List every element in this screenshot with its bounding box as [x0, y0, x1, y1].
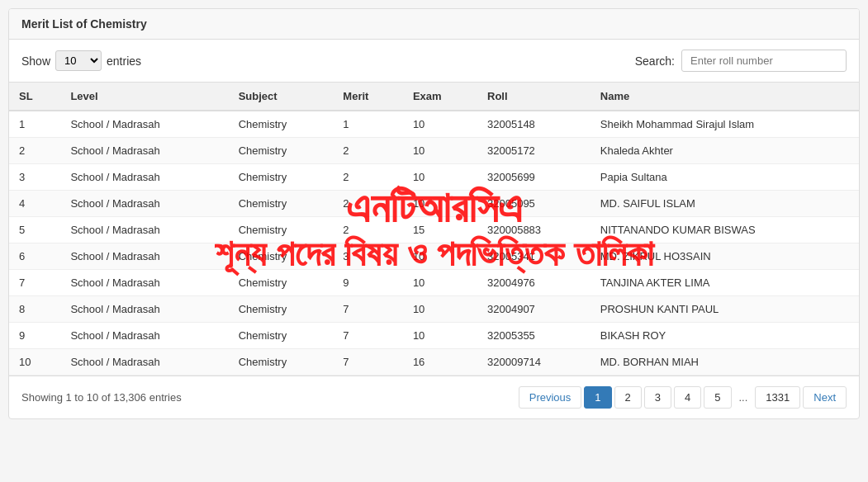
cell-2-2: Chemistry: [229, 164, 334, 191]
cell-1-1: School / Madrasah: [60, 138, 228, 164]
cell-2-4: 10: [403, 164, 477, 191]
cell-0-5: 32005148: [477, 111, 591, 138]
cell-6-3: 9: [333, 270, 403, 296]
search-label: Search:: [635, 54, 675, 68]
cell-6-6: TANJINA AKTER LIMA: [591, 270, 859, 296]
col-merit: Merit: [333, 83, 403, 111]
page-2-button[interactable]: 2: [614, 386, 642, 409]
table-row: 5School / MadrasahChemistry215320005883N…: [9, 217, 859, 243]
page-3-button[interactable]: 3: [644, 386, 671, 409]
cell-4-1: School / Madrasah: [60, 217, 228, 243]
col-level: Level: [60, 83, 228, 111]
cell-9-0: 10: [9, 349, 60, 376]
table-row: 4School / MadrasahChemistry21032005095MD…: [9, 191, 859, 217]
table-row: 6School / MadrasahChemistry31032005341MD…: [9, 243, 859, 270]
entries-label: entries: [107, 54, 141, 68]
cell-2-0: 3: [9, 164, 60, 191]
showing-text: Showing 1 to 10 of 13,306 entries: [21, 391, 182, 404]
cell-3-2: Chemistry: [229, 191, 334, 217]
search-box: Search:: [635, 50, 847, 72]
cell-8-4: 10: [403, 323, 477, 349]
cell-9-6: MD. BORHAN MIAH: [591, 349, 859, 376]
page-1-button[interactable]: 1: [584, 386, 611, 409]
table-row: 9School / MadrasahChemistry71032005355BI…: [9, 323, 859, 349]
cell-1-3: 2: [333, 138, 403, 164]
cell-7-5: 32004907: [477, 296, 591, 323]
cell-4-3: 2: [333, 217, 403, 243]
cell-1-5: 32005172: [477, 138, 591, 164]
col-subject: Subject: [229, 83, 334, 111]
cell-1-0: 2: [9, 138, 60, 164]
cell-2-1: School / Madrasah: [60, 164, 228, 191]
table-row: 1School / MadrasahChemistry11032005148Sh…: [9, 111, 859, 138]
show-entries-group: Show 10 25 50 100 entries: [21, 50, 141, 71]
cell-0-4: 10: [403, 111, 477, 138]
cell-5-2: Chemistry: [229, 243, 334, 270]
header-prefix: Merit List of: [21, 17, 90, 31]
table-header-row: SL Level Subject Merit Exam Roll Name: [9, 83, 859, 111]
cell-9-4: 16: [403, 349, 477, 376]
header-subject: Chemistry: [90, 17, 146, 31]
merit-table: SL Level Subject Merit Exam Roll Name 1S…: [9, 82, 859, 376]
cell-6-5: 32004976: [477, 270, 591, 296]
cell-3-6: MD. SAIFUL ISLAM: [591, 191, 859, 217]
col-roll: Roll: [477, 83, 591, 111]
cell-8-1: School / Madrasah: [60, 323, 228, 349]
previous-button[interactable]: Previous: [519, 386, 582, 409]
page-4-button[interactable]: 4: [674, 386, 701, 409]
cell-8-0: 9: [9, 323, 60, 349]
cell-7-6: PROSHUN KANTI PAUL: [591, 296, 859, 323]
table-row: 10School / MadrasahChemistry716320009714…: [9, 349, 859, 376]
cell-3-3: 2: [333, 191, 403, 217]
cell-4-6: NITTANANDO KUMAR BISWAS: [591, 217, 859, 243]
cell-4-4: 15: [403, 217, 477, 243]
cell-9-5: 320009714: [477, 349, 591, 376]
cell-6-1: School / Madrasah: [60, 270, 228, 296]
cell-5-1: School / Madrasah: [60, 243, 228, 270]
cell-8-2: Chemistry: [229, 323, 334, 349]
cell-7-3: 7: [333, 296, 403, 323]
cell-0-3: 1: [333, 111, 403, 138]
cell-5-5: 32005341: [477, 243, 591, 270]
show-label: Show: [21, 54, 50, 68]
entries-select[interactable]: 10 25 50 100: [55, 50, 102, 71]
cell-5-6: MD. ZIKRUL HO3SAIN: [591, 243, 859, 270]
cell-5-4: 10: [403, 243, 477, 270]
cell-1-6: Khaleda Akhter: [591, 138, 859, 164]
footer-row: Showing 1 to 10 of 13,306 entries Previo…: [9, 376, 859, 418]
cell-2-3: 2: [333, 164, 403, 191]
cell-9-1: School / Madrasah: [60, 349, 228, 376]
cell-0-2: Chemistry: [229, 111, 334, 138]
last-page-button[interactable]: 1331: [755, 386, 800, 409]
pagination: Previous 1 2 3 4 5 ... 1331 Next: [519, 386, 847, 409]
cell-0-0: 1: [9, 111, 60, 138]
cell-4-5: 320005883: [477, 217, 591, 243]
cell-9-2: Chemistry: [229, 349, 334, 376]
col-sl: SL: [9, 83, 60, 111]
cell-8-3: 7: [333, 323, 403, 349]
table-row: 2School / MadrasahChemistry21032005172Kh…: [9, 138, 859, 164]
cell-7-2: Chemistry: [229, 296, 334, 323]
page-header: Merit List of Chemistry: [9, 9, 859, 40]
table-row: 8School / MadrasahChemistry71032004907PR…: [9, 296, 859, 323]
cell-3-5: 32005095: [477, 191, 591, 217]
next-button[interactable]: Next: [803, 386, 847, 409]
cell-6-0: 7: [9, 270, 60, 296]
table-container: এনটিআরসিএ শূন্য পদের বিষয় ও পদভিত্তিক ত…: [9, 82, 859, 376]
cell-0-6: Sheikh Mohammad Sirajul Islam: [591, 111, 859, 138]
page-5-button[interactable]: 5: [704, 386, 731, 409]
cell-9-3: 7: [333, 349, 403, 376]
search-input[interactable]: [681, 50, 847, 72]
ellipsis: ...: [734, 387, 753, 408]
cell-2-6: Papia Sultana: [591, 164, 859, 191]
cell-6-4: 10: [403, 270, 477, 296]
col-exam: Exam: [403, 83, 477, 111]
cell-3-4: 10: [403, 191, 477, 217]
cell-4-0: 5: [9, 217, 60, 243]
cell-7-1: School / Madrasah: [60, 296, 228, 323]
table-row: 7School / MadrasahChemistry91032004976TA…: [9, 270, 859, 296]
cell-5-0: 6: [9, 243, 60, 270]
controls-row: Show 10 25 50 100 entries Search:: [9, 40, 859, 82]
cell-7-4: 10: [403, 296, 477, 323]
cell-6-2: Chemistry: [229, 270, 334, 296]
